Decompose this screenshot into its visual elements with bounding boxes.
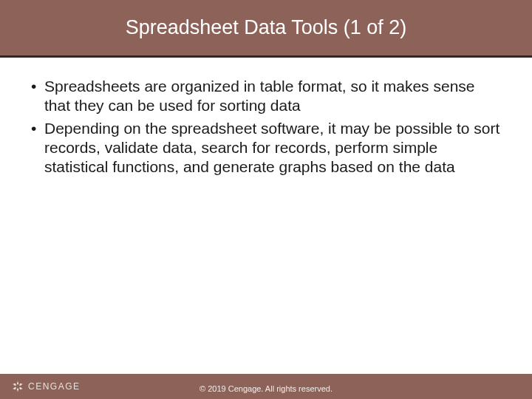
footer-bar: CENGAGE © 2019 Cengage. All rights reser… [0,374,532,399]
content-area: Spreadsheets are organized in table form… [0,58,532,177]
bullet-list: Spreadsheets are organized in table form… [30,77,502,177]
brand-logo: CENGAGE [10,379,81,394]
list-item: Spreadsheets are organized in table form… [30,77,502,116]
brand-name: CENGAGE [28,381,81,392]
slide-title: Spreadsheet Data Tools (1 of 2) [126,16,407,39]
copyright-text: © 2019 Cengage. All rights reserved. [200,384,332,393]
cengage-icon [10,379,25,394]
list-item: Depending on the spreadsheet software, i… [30,119,502,177]
title-bar: Spreadsheet Data Tools (1 of 2) [0,0,532,58]
